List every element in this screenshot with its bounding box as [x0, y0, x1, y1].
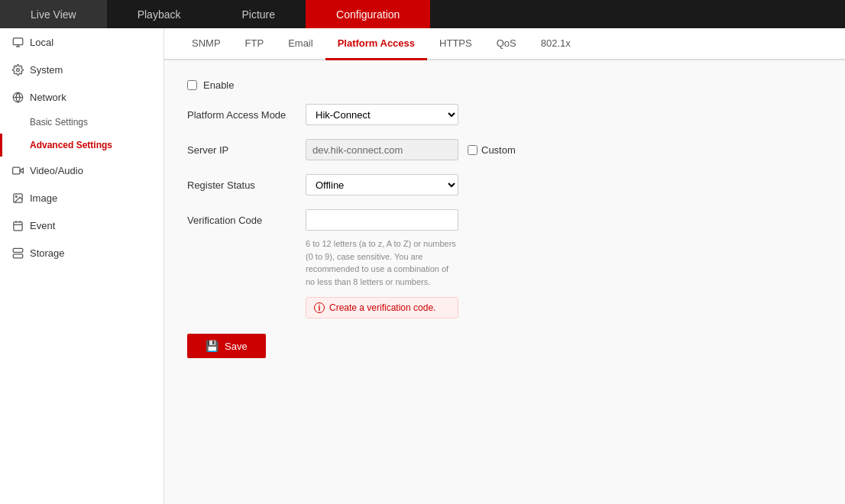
verification-hint: 6 to 12 letters (a to z, A to Z) or numb…	[306, 237, 458, 288]
sidebar-label-network: Network	[30, 92, 66, 103]
custom-checkbox[interactable]	[468, 145, 478, 155]
video-icon	[11, 164, 24, 176]
sidebar-item-basic-settings[interactable]: Basic Settings	[0, 111, 163, 134]
register-status-label: Register Status	[187, 179, 306, 191]
svg-point-9	[15, 195, 17, 197]
sidebar-label-basic-settings: Basic Settings	[30, 117, 88, 128]
tab-ftp[interactable]: FTP	[233, 28, 277, 60]
tab-802-1x[interactable]: 802.1x	[529, 28, 583, 60]
sidebar-item-video-audio[interactable]: Video/Audio	[0, 157, 163, 184]
custom-label[interactable]: Custom	[481, 144, 516, 156]
alert-text: Create a verification code.	[329, 302, 435, 313]
top-navigation: Live View Playback Picture Configuration	[0, 0, 845, 28]
tab-snmp[interactable]: SNMP	[180, 28, 233, 60]
sidebar-label-storage: Storage	[30, 247, 65, 259]
sidebar-label-video-audio: Video/Audio	[30, 165, 83, 176]
save-button[interactable]: 💾 Save	[187, 334, 266, 358]
monitor-icon	[11, 36, 24, 48]
form-area: Enable Platform Access Mode Hik-Connect …	[164, 60, 845, 377]
sidebar-item-network[interactable]: Network	[0, 83, 163, 111]
sidebar-item-image[interactable]: Image	[0, 184, 163, 212]
enable-checkbox[interactable]	[187, 80, 197, 90]
nav-picture[interactable]: Picture	[211, 0, 306, 28]
nav-playback[interactable]: Playback	[107, 0, 212, 28]
sidebar-item-storage[interactable]: Storage	[0, 239, 163, 267]
nav-configuration[interactable]: Configuration	[306, 0, 430, 28]
enable-row: Enable	[187, 79, 822, 91]
sidebar-label-image: Image	[30, 192, 57, 204]
calendar-icon	[11, 219, 24, 231]
verification-code-input[interactable]	[306, 209, 458, 231]
svg-point-3	[16, 68, 19, 71]
verification-code-label: Verification Code	[187, 215, 306, 226]
sidebar-item-system[interactable]: System	[0, 56, 163, 83]
save-icon: 💾	[206, 340, 219, 352]
info-icon: i	[314, 302, 325, 313]
sidebar-label-local: Local	[30, 37, 53, 48]
tab-email[interactable]: Email	[276, 28, 325, 60]
tab-bar: SNMP FTP Email Platform Access HTTPS QoS…	[164, 28, 845, 60]
settings-icon	[11, 63, 24, 76]
server-ip-input[interactable]	[306, 139, 458, 160]
svg-rect-0	[13, 37, 23, 44]
sidebar-label-advanced-settings: Advanced Settings	[30, 140, 112, 150]
tab-platform-access[interactable]: Platform Access	[325, 28, 427, 60]
globe-icon	[11, 91, 24, 103]
server-ip-label: Server IP	[187, 144, 306, 156]
nav-live-view[interactable]: Live View	[0, 0, 107, 28]
sidebar: Local System Network Basic Settings Adva…	[0, 28, 164, 504]
custom-checkbox-container: Custom	[468, 144, 516, 156]
storage-icon	[11, 247, 24, 259]
svg-rect-7	[12, 167, 19, 174]
tab-qos[interactable]: QoS	[484, 28, 529, 60]
sidebar-label-system: System	[30, 64, 63, 76]
sidebar-item-local[interactable]: Local	[0, 28, 163, 56]
register-status-row: Register Status Offline Online	[187, 173, 822, 196]
register-status-select[interactable]: Offline Online	[306, 174, 458, 195]
sidebar-label-event: Event	[30, 220, 55, 231]
svg-marker-6	[20, 168, 23, 173]
svg-rect-10	[13, 221, 21, 230]
save-label: Save	[225, 341, 248, 352]
server-ip-row: Server IP Custom	[187, 138, 822, 161]
sidebar-item-event[interactable]: Event	[0, 212, 163, 239]
svg-rect-15	[13, 254, 23, 257]
image-icon	[11, 192, 24, 204]
sidebar-item-advanced-settings[interactable]: Advanced Settings	[0, 134, 163, 157]
platform-access-mode-select[interactable]: Hik-Connect ISAPI	[306, 104, 458, 125]
enable-label[interactable]: Enable	[203, 79, 234, 91]
tab-https[interactable]: HTTPS	[427, 28, 484, 60]
verification-code-alert[interactable]: i Create a verification code.	[306, 297, 458, 318]
verification-code-row: Verification Code	[187, 208, 822, 231]
platform-access-mode-label: Platform Access Mode	[187, 109, 306, 121]
main-content: SNMP FTP Email Platform Access HTTPS QoS…	[164, 28, 845, 504]
platform-access-mode-row: Platform Access Mode Hik-Connect ISAPI	[187, 103, 822, 126]
svg-rect-14	[13, 248, 23, 252]
main-layout: Local System Network Basic Settings Adva…	[0, 28, 845, 504]
